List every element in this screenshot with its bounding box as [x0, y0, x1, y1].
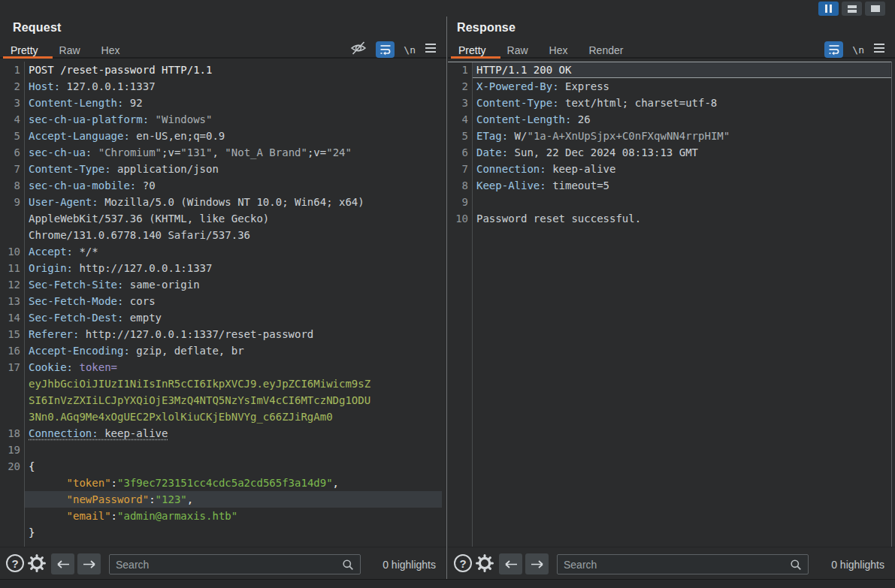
code-segment: HTTP/1.1 200 OK	[476, 64, 571, 76]
response-editor[interactable]: 1HTTP/1.1 200 OK2X-Powered-By: Express3C…	[448, 62, 895, 547]
code-line[interactable]: 16Accept-Encoding: gzip, deflate, br	[0, 342, 446, 359]
request-editor[interactable]: 1POST /reset-password HTTP/1.12Host: 127…	[0, 62, 446, 547]
code-line[interactable]: 3Content-Length: 92	[0, 95, 446, 111]
gear-icon[interactable]	[27, 553, 47, 576]
code-text: sec-ch-ua-mobile: ?0	[25, 177, 442, 194]
code-line[interactable]: 11Origin: http://127.0.0.1:1337	[0, 260, 446, 276]
search-input[interactable]	[558, 555, 808, 574]
search-icon[interactable]	[342, 559, 354, 574]
help-icon[interactable]: ?	[6, 554, 24, 572]
tab-raw[interactable]: Raw	[59, 44, 80, 56]
menu-icon[interactable]	[425, 43, 437, 56]
stacked-layout-button[interactable]	[842, 2, 862, 16]
code-line[interactable]: 2X-Powered-By: Express	[448, 78, 895, 95]
panel-divider[interactable]	[446, 17, 447, 579]
tab-pretty[interactable]: Pretty	[11, 44, 38, 56]
code-line[interactable]: 7Content-Type: application/json	[0, 161, 446, 177]
tab-hex[interactable]: Hex	[101, 44, 120, 56]
code-segment: "Chromium"	[98, 146, 162, 158]
newline-icon[interactable]: \n	[404, 44, 416, 56]
code-line[interactable]: 20{	[0, 458, 446, 475]
code-text: SI6InVzZXIiLCJpYXQiOjE3MzQ4NTQ5NzYsImV4c…	[25, 392, 442, 409]
prev-match-button[interactable]	[499, 553, 522, 574]
code-line[interactable]: 7Connection: keep-alive	[448, 161, 895, 177]
code-line[interactable]: 9User-Agent: Mozilla/5.0 (Windows NT 10.…	[0, 194, 446, 210]
code-segment: 127.0.0.1:1337	[60, 80, 155, 92]
bottom-edge	[0, 579, 895, 588]
word-wrap-toggle[interactable]	[824, 41, 843, 58]
line-number: 11	[0, 260, 20, 276]
code-line[interactable]: 8Keep-Alive: timeout=5	[448, 177, 895, 194]
pause-button[interactable]	[818, 2, 839, 16]
menu-icon[interactable]	[873, 43, 885, 56]
code-line[interactable]: 4Content-Length: 26	[448, 111, 895, 128]
code-line[interactable]: Chrome/131.0.6778.140 Safari/537.36	[0, 227, 446, 243]
code-line[interactable]: 19	[0, 442, 446, 458]
code-line[interactable]: 1HTTP/1.1 200 OK	[448, 62, 895, 78]
line-number: 5	[0, 128, 20, 144]
code-line[interactable]: 15Referer: http://127.0.0.1:1337/reset-p…	[0, 326, 446, 342]
tab-pretty[interactable]: Pretty	[458, 44, 486, 56]
code-text: Referer: http://127.0.0.1:1337/reset-pas…	[25, 326, 442, 342]
code-line[interactable]: 14Sec-Fetch-Dest: empty	[0, 309, 446, 326]
word-wrap-toggle[interactable]	[376, 41, 395, 58]
code-line[interactable]: 3Nn0.AGq9Me4xOgUEC2PxlolKiuCKjEbNVYg_c66…	[0, 409, 446, 425]
code-segment	[92, 146, 98, 158]
code-segment: AppleWebKit/537.36 (KHTML, like Gecko)	[29, 213, 269, 225]
code-line[interactable]: "email":"admin@armaxis.htb"	[0, 508, 446, 524]
tab-raw[interactable]: Raw	[507, 44, 528, 56]
code-segment: Mozilla/5.0 (Windows NT 10.0; Win64; x64…	[98, 196, 364, 208]
code-line[interactable]: 5Accept-Language: en-US,en;q=0.9	[0, 128, 446, 144]
newline-icon[interactable]: \n	[852, 44, 864, 56]
line-number: 2	[0, 78, 20, 95]
code-text: Sec-Fetch-Mode: cors	[25, 293, 442, 309]
code-line[interactable]: "newPassword":"123",	[0, 491, 446, 508]
code-line[interactable]: 1POST /reset-password HTTP/1.1	[0, 62, 446, 78]
code-line[interactable]: 12Sec-Fetch-Site: same-origin	[0, 276, 446, 293]
code-line[interactable]: 17Cookie: token=	[0, 359, 446, 375]
tab-render[interactable]: Render	[589, 44, 624, 56]
code-line[interactable]: 4sec-ch-ua-platform: "Windows"	[0, 111, 446, 128]
code-line[interactable]: }	[0, 524, 446, 541]
code-segment	[149, 113, 155, 125]
code-segment: http://127.0.0.1:1337/reset-password	[79, 328, 313, 340]
code-line[interactable]: 3Content-Type: text/html; charset=utf-8	[448, 95, 895, 111]
code-segment: gzip, deflate, br	[130, 345, 244, 357]
code-segment: Accept-Language:	[29, 130, 130, 142]
code-line[interactable]: 13Sec-Fetch-Mode: cors	[0, 293, 446, 309]
single-layout-button[interactable]	[865, 2, 885, 16]
next-match-button[interactable]	[525, 553, 549, 574]
code-line[interactable]: "token":"3f9ec723151cc4cdc5a2cd565f3a14d…	[0, 475, 446, 491]
code-line[interactable]: 6Date: Sun, 22 Dec 2024 08:13:13 GMT	[448, 144, 895, 161]
code-line[interactable]: 10Accept: */*	[0, 243, 446, 260]
code-segment: ;v=	[307, 146, 326, 158]
code-line[interactable]: 5ETag: W/"1a-A+XnUpSjpx+C0nFXqwNN4rrpHIM…	[448, 128, 895, 144]
line-number: 1	[448, 62, 468, 78]
code-line[interactable]: 9	[448, 194, 895, 210]
eye-off-icon[interactable]	[350, 41, 367, 59]
code-text: POST /reset-password HTTP/1.1	[25, 62, 442, 78]
code-line[interactable]: 8sec-ch-ua-mobile: ?0	[0, 177, 446, 194]
code-segment: ,	[333, 477, 339, 489]
code-line[interactable]: SI6InVzZXIiLCJpYXQiOjE3MzQ4NTQ5NzYsImV4c…	[0, 392, 446, 409]
code-line[interactable]: eyJhbGciOiJIUzI1NiIsInR5cCI6IkpXVCJ9.eyJ…	[0, 375, 446, 392]
code-segment: "Not_A Brand"	[225, 146, 307, 158]
tab-hex[interactable]: Hex	[549, 44, 568, 56]
search-input[interactable]	[110, 555, 360, 574]
code-line[interactable]: 10Password reset successful.	[448, 210, 895, 227]
code-segment: "3f9ec723151cc4cdc5a2cd565f3a14d9"	[117, 477, 333, 489]
help-icon[interactable]: ?	[454, 554, 472, 572]
code-line[interactable]: 18Connection: keep-alive	[0, 425, 446, 442]
code-segment: "email"	[67, 510, 111, 522]
next-match-button[interactable]	[77, 553, 101, 574]
line-number: 8	[448, 177, 468, 194]
code-line[interactable]: 6sec-ch-ua: "Chromium";v="131", "Not_A B…	[0, 144, 446, 161]
prev-match-button[interactable]	[51, 553, 74, 574]
code-segment: empty	[123, 312, 162, 324]
gear-icon[interactable]	[475, 553, 494, 576]
code-line[interactable]: 2Host: 127.0.0.1:1337	[0, 78, 446, 95]
search-icon[interactable]	[790, 559, 802, 574]
scroll-indicator[interactable]	[891, 62, 892, 547]
code-line[interactable]: AppleWebKit/537.36 (KHTML, like Gecko)	[0, 210, 446, 227]
word-wrap-icon	[828, 44, 840, 56]
